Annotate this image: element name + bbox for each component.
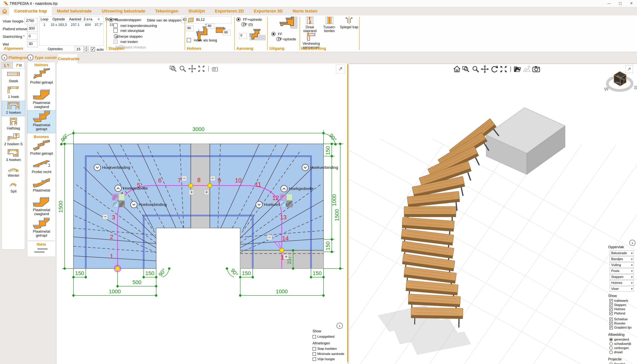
plan-type-1-hoek[interactable]: 1 hoek (2, 85, 25, 100)
stappen-checkbox[interactable]: ✓ (609, 303, 613, 307)
niets-item[interactable] (28, 248, 56, 256)
rooster-checkbox[interactable]: ✓ (609, 322, 613, 325)
boomes-plaatmetal-getrapt[interactable]: Plaatmetal getrapt (28, 218, 56, 239)
holmes-plaatmetal-zaagtand[interactable]: Plaatmetal zaagtand (28, 88, 56, 110)
tab-uitvoering-balustrade[interactable]: Uitvoering balustrade (97, 7, 150, 15)
met-treden-checkbox[interactable] (113, 40, 118, 44)
vloer-hoogte-input[interactable]: 2750 (25, 18, 37, 24)
loop-table[interactable]: Loop Optrede Aantred 2·s+a < Stappen 1 1… (39, 16, 103, 46)
boomes-plaatmetal-zaagtand[interactable]: Plaatmetal zaagtand (28, 196, 56, 217)
home-view-icon[interactable] (453, 65, 461, 74)
schaduwrijk-radio[interactable] (609, 342, 613, 346)
direction-tab-right[interactable]: ↱R (13, 62, 25, 69)
view-cube[interactable]: W S BOVEN LINKS ACHTER (603, 72, 637, 92)
holm-dim2-input[interactable]: 80 (206, 24, 214, 29)
fit-view-icon[interactable] (499, 65, 508, 74)
boomes-plaatmetal[interactable]: Plaatmetal (28, 178, 56, 195)
parallel-radio[interactable] (609, 362, 613, 364)
spiegel-trap-button[interactable]: Spiegel trap (339, 16, 359, 29)
tab-norm-testen[interactable]: Norm testen (288, 7, 322, 15)
gradient-lijn-checkbox[interactable]: ✓ (609, 326, 613, 330)
boomes-profiel-recht[interactable]: Profiel recht (28, 159, 56, 177)
aanvang-input[interactable]: 0 (239, 33, 247, 39)
environment-icon[interactable] (523, 65, 531, 74)
ribbon-group-stappen: Roosterstappen met trapondersteuning met… (107, 15, 184, 52)
schaduw-checkbox[interactable]: ✓ (609, 318, 613, 321)
view-splitter[interactable] (347, 64, 348, 362)
plafond-checkbox[interactable]: ✓ (609, 312, 613, 315)
maximize-button[interactable]: ▢ (615, 0, 626, 7)
auto-checkbox[interactable]: ✓ (91, 47, 95, 51)
wel-input[interactable]: 30 (27, 41, 37, 47)
tab-constructie-trap[interactable]: Constructie trap (9, 7, 52, 15)
plan-type-3-hoeken[interactable]: 3 hoeken (2, 148, 25, 163)
stappen-dropdown[interactable]: Stappen▾ (610, 274, 634, 280)
group-title: Nabewerking (301, 46, 326, 51)
tab-tekeningen[interactable]: Tekeningen (150, 7, 183, 15)
balustrade-dropdown[interactable]: Balustrade▾ (610, 250, 634, 256)
col-header: 2·s+a (82, 17, 93, 22)
holmes-plaatmetal-getrapt[interactable]: Plaatmetal getrapt (28, 110, 56, 133)
holm-dim3-input[interactable]: 80 (223, 30, 231, 35)
collapse-panel-icon[interactable]: ‹ (28, 54, 33, 60)
plafond-erboven-input[interactable]: 300 (27, 26, 37, 32)
holm-profile-select[interactable]: BL12 (186, 16, 231, 24)
verborgen-radio[interactable] (609, 346, 613, 350)
hoek-als-boog-checkbox[interactable] (187, 38, 191, 42)
pan-icon[interactable] (481, 65, 489, 74)
tab-stuklijst[interactable]: Stuklijst (183, 7, 210, 15)
vrije-hoogte-checkbox[interactable] (313, 358, 316, 361)
close-button[interactable]: ✕ (626, 0, 637, 7)
popout-3d-button[interactable] (625, 65, 633, 73)
bandjes-dropdown[interactable]: Bandjes▾ (610, 256, 634, 262)
tab-exporteren-2d[interactable]: Exporteren 2D (210, 7, 249, 15)
holmes-checkbox[interactable]: ✓ (609, 308, 613, 311)
holm-dim1-input[interactable]: 80 (186, 26, 194, 31)
tussenbordes-button[interactable]: Tussen-bordes (320, 16, 339, 33)
loopgebied-checkbox[interactable] (313, 335, 316, 338)
boomes-profiel-getrapt[interactable]: Profiel getrapt (28, 140, 56, 158)
plan-type-steek[interactable]: Steek (2, 70, 25, 84)
posts-dropdown[interactable]: Posts▾ (610, 268, 634, 274)
plan-type-2-hoeken[interactable]: 2 hoeken (2, 101, 25, 116)
minimale-aantrede-checkbox[interactable] (313, 352, 316, 356)
vulling-dropdown[interactable]: Vulling▾ (610, 262, 634, 268)
trapondersteuning-checkbox[interactable] (113, 24, 118, 28)
plan-type-wentel[interactable]: Wentel (2, 164, 25, 179)
divider (29, 134, 54, 134)
tab-constructie-view[interactable]: Constructie (58, 54, 77, 64)
draai-staprand-button[interactable]: Draaistaprand (301, 16, 319, 33)
tab-model-balustrade[interactable]: Model balustrade (52, 7, 97, 15)
profiel-getrapt-icon (33, 68, 50, 80)
stap-hoofden-checkbox[interactable] (313, 347, 316, 350)
tab-exporteren-3d[interactable]: Exporteren 3D (249, 7, 288, 15)
traliewerk-checkbox[interactable]: ✓ (609, 299, 613, 302)
plan-type-spil[interactable]: Spil (2, 180, 25, 195)
holmes-dropdown[interactable]: Holmes▾ (610, 280, 634, 286)
ff-optrede-start-radio[interactable] (236, 17, 241, 22)
steunplaat-checkbox[interactable] (113, 28, 118, 33)
home-icon[interactable] (0, 7, 9, 15)
plan-type-halfslag[interactable]: Halfslag (2, 117, 25, 132)
construction-plan-drawing[interactable]: 3000 1500 90° 90° 150 1000 150 1500 237 … (57, 64, 347, 364)
draad-radio[interactable] (609, 350, 613, 354)
view-3d[interactable]: W S BOVEN LINKS ACHTER (348, 64, 637, 364)
screenshot-icon[interactable] (532, 65, 540, 74)
startrichting-input[interactable]: 0 (27, 34, 37, 40)
gerenderd-radio[interactable] (609, 338, 613, 341)
group-divider (300, 17, 300, 50)
holmes-profiel-getrapt[interactable]: Profiel getrapt (28, 68, 56, 88)
roosterstappen-radio[interactable] (109, 18, 113, 22)
background-image-icon[interactable] (513, 65, 522, 74)
plan-type-2-hoeken-s[interactable]: 2 hoeken S (2, 132, 25, 148)
collapse-panel-icon[interactable]: ‹ (2, 54, 7, 60)
field-label: Vloer hoogte (3, 19, 24, 24)
minimize-button[interactable]: — (603, 0, 615, 7)
zoom-window-icon[interactable] (462, 65, 471, 74)
ff-exit-radio[interactable] (271, 32, 276, 36)
expand-overlay-icon[interactable]: › (337, 323, 343, 329)
rotate-view-icon[interactable] (490, 65, 499, 74)
direction-tab-left[interactable]: L↰ (2, 62, 13, 69)
zoom-icon[interactable] (471, 65, 480, 74)
vloer-dropdown[interactable]: Vloer▾ (610, 286, 634, 292)
